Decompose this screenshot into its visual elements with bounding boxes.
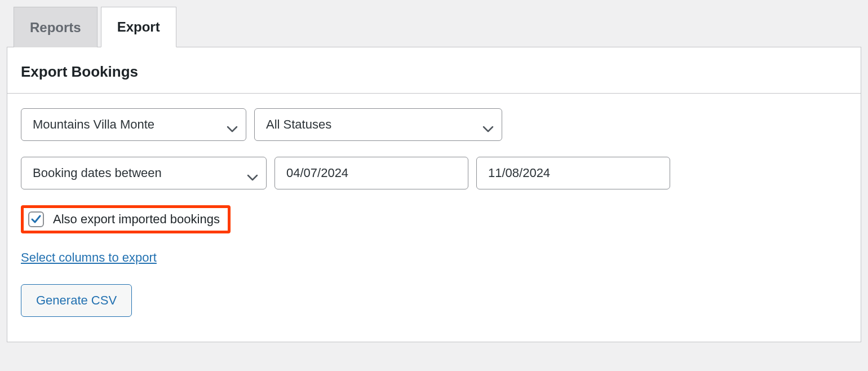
accommodation-select[interactable]: Mountains Villa Monte [21,108,246,141]
date-mode-select[interactable]: Booking dates between [21,157,267,189]
filter-row-2: Booking dates between 04/07/2024 11/08/2… [21,157,847,189]
status-select-value: All Statuses [266,117,331,132]
accommodation-select-value: Mountains Villa Monte [33,117,154,132]
panel-body: Mountains Villa Monte All Statuses Booki… [7,94,861,342]
generate-csv-button[interactable]: Generate CSV [21,284,132,317]
chevron-down-icon [482,121,494,128]
status-select[interactable]: All Statuses [254,108,502,141]
also-export-checkbox[interactable] [28,211,44,227]
columns-link-row: Select columns to export [21,250,847,265]
also-export-label: Also export imported bookings [53,212,220,227]
tab-reports[interactable]: Reports [14,7,98,47]
actions-row: Generate CSV [21,284,847,317]
panel-heading: Export Bookings [7,47,861,94]
date-to-value: 11/08/2024 [488,166,550,180]
date-mode-select-value: Booking dates between [33,166,162,180]
date-to-input[interactable]: 11/08/2024 [476,157,670,189]
select-columns-link[interactable]: Select columns to export [21,250,157,264]
filter-row-1: Mountains Villa Monte All Statuses [21,108,847,141]
date-from-value: 04/07/2024 [286,166,348,180]
date-from-input[interactable]: 04/07/2024 [274,157,468,189]
tab-export[interactable]: Export [101,7,176,47]
export-panel: Export Bookings Mountains Villa Monte Al… [7,47,861,342]
page-wrap: Reports Export Export Bookings Mountains… [0,0,868,349]
tab-bar: Reports Export [7,0,861,47]
chevron-down-icon [247,170,258,176]
also-export-highlight: Also export imported bookings [21,205,231,233]
chevron-down-icon [227,121,238,128]
